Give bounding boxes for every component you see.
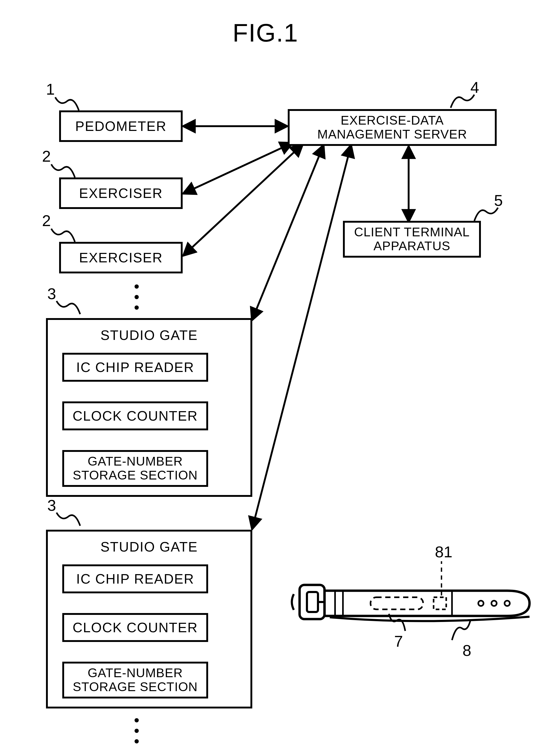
svg-point-9 <box>135 718 139 723</box>
clock-counter-label-2: CLOCK COUNTER <box>73 619 198 635</box>
ic-chip-reader-label-1: IC CHIP READER <box>76 359 194 375</box>
svg-line-4 <box>252 146 351 528</box>
ref-1: 1 <box>46 80 55 98</box>
studio-gate-title-1: STUDIO GATE <box>48 327 251 343</box>
ref-7: 7 <box>394 632 403 650</box>
gate-number-storage-label-1: GATE-NUMBER STORAGE SECTION <box>73 455 198 482</box>
ref-3a: 3 <box>47 285 56 303</box>
ref-2b: 2 <box>42 212 51 230</box>
exerciser-block-2: EXERCISER <box>59 242 183 273</box>
server-label: EXERCISE-DATA MANAGEMENT SERVER <box>317 114 467 141</box>
clock-counter-block-1: CLOCK COUNTER <box>62 401 208 430</box>
gate-number-storage-label-2: GATE-NUMBER STORAGE SECTION <box>73 666 198 694</box>
ref-81: 81 <box>435 543 453 561</box>
ref-4: 4 <box>471 78 479 97</box>
ref-2a: 2 <box>42 147 51 165</box>
svg-point-8 <box>135 305 139 310</box>
ic-chip-reader-block-1: IC CHIP READER <box>62 353 208 382</box>
exerciser-block-1: EXERCISER <box>59 177 183 209</box>
ic-chip-reader-label-2: IC CHIP READER <box>76 571 194 587</box>
studio-gate-block-2: STUDIO GATE IC CHIP READER CLOCK COUNTER… <box>46 530 252 708</box>
client-label: CLIENT TERMINAL APPARATUS <box>354 225 470 253</box>
clock-counter-block-2: CLOCK COUNTER <box>62 613 208 642</box>
svg-point-10 <box>135 729 139 733</box>
gate-number-storage-block-1: GATE-NUMBER STORAGE SECTION <box>62 450 208 487</box>
ic-chip-reader-block-2: IC CHIP READER <box>62 565 208 593</box>
ref-8: 8 <box>462 642 471 659</box>
ref-3b: 3 <box>47 496 56 514</box>
ref-5: 5 <box>494 191 503 210</box>
studio-gate-block-1: STUDIO GATE IC CHIP READER CLOCK COUNTER… <box>46 318 252 497</box>
pedometer-block: PEDOMETER <box>59 111 183 142</box>
svg-point-6 <box>135 284 139 289</box>
exerciser-label-2: EXERCISER <box>79 250 163 265</box>
wristband-drawing <box>292 585 530 621</box>
exerciser-label-1: EXERCISER <box>79 185 163 201</box>
gate-number-storage-block-2: GATE-NUMBER STORAGE SECTION <box>62 662 208 698</box>
svg-point-7 <box>135 295 139 299</box>
client-block: CLIENT TERMINAL APPARATUS <box>343 221 481 258</box>
svg-rect-13 <box>307 592 318 612</box>
server-block: EXERCISE-DATA MANAGEMENT SERVER <box>288 109 497 146</box>
svg-point-11 <box>135 739 139 744</box>
pedometer-label: PEDOMETER <box>75 118 166 134</box>
studio-gate-title-2: STUDIO GATE <box>48 539 251 555</box>
clock-counter-label-1: CLOCK COUNTER <box>73 408 198 424</box>
